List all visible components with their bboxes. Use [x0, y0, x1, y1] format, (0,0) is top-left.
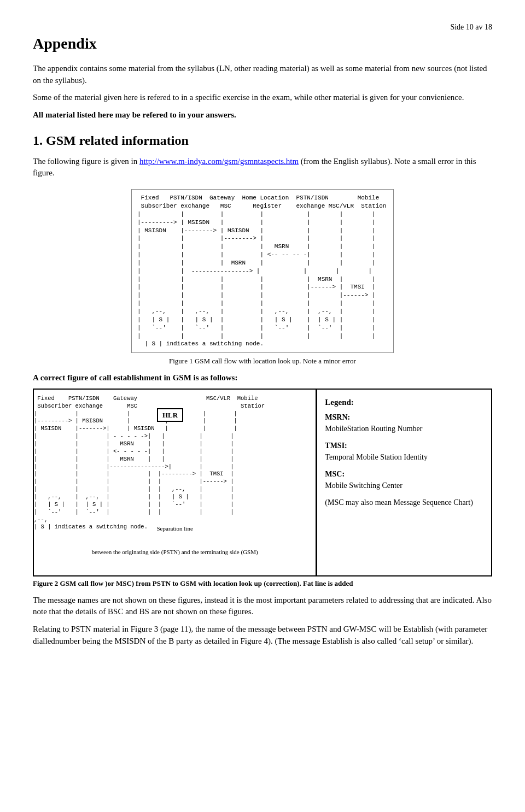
page-header: Side 10 av 18 [33, 22, 492, 33]
section1-url[interactable]: http://www.m-indya.com/gsm/gsmntaspects.… [139, 157, 299, 166]
separation-label: Separation line between the originating … [34, 510, 316, 571]
section1-intro: The following figure is given in http://… [33, 156, 492, 180]
hlr-label: HLR [157, 408, 183, 422]
figure2-caption: Figure 2 GSM call flow )or MSC) from PST… [33, 579, 492, 589]
legend-entry-msrn: MSRN: MobileStation Routing Number [325, 411, 483, 434]
section1-title: 1. GSM related information [33, 131, 492, 150]
legend-entry-msc-note: (MSC may also mean Message Sequence Char… [325, 497, 483, 508]
correct-figure-layout: Fixed PSTN/ISDN Gateway MSC/VLR Mobile S… [33, 389, 492, 576]
legend-panel: Legend: MSRN: MobileStation Routing Numb… [317, 390, 491, 575]
appendix-para1: The appendix contains some material from… [33, 63, 492, 87]
section1-number: 1. [33, 133, 43, 148]
figure1-diagram: Fixed PSTN/ISDN Gateway Home Location PS… [131, 189, 394, 353]
legend-title: Legend: [325, 396, 483, 409]
correct-figure-diagram: Fixed PSTN/ISDN Gateway MSC/VLR Mobile S… [34, 390, 317, 575]
correct-figure-section: A correct figure of call establishment i… [33, 372, 492, 589]
appendix-para3: All material listed here may be refered … [33, 109, 492, 121]
figure1-caption: Figure 1 GSM call flow with location loo… [169, 356, 356, 367]
appendix-title: Appendix [33, 33, 492, 55]
legend-entry-msc: MSC: Mobile Switching Center [325, 468, 483, 491]
bottom-text: The message names are not shown on these… [33, 595, 492, 648]
appendix-para2: Some of the material given here is refer… [33, 92, 492, 104]
bottom-para1: The message names are not shown on these… [33, 595, 492, 619]
correct-figure-title: A correct figure of call establishment i… [33, 372, 492, 384]
page-number: Side 10 av 18 [33, 22, 492, 33]
bottom-para2: Relating to PSTN material in Figure 3 (p… [33, 623, 492, 648]
figure1-container: Fixed PSTN/ISDN Gateway Home Location PS… [33, 189, 492, 367]
section1-title-text: GSM related information [46, 133, 189, 148]
legend-entry-tmsi: TMSI: Temporal Mobile Station Identity [325, 440, 483, 463]
